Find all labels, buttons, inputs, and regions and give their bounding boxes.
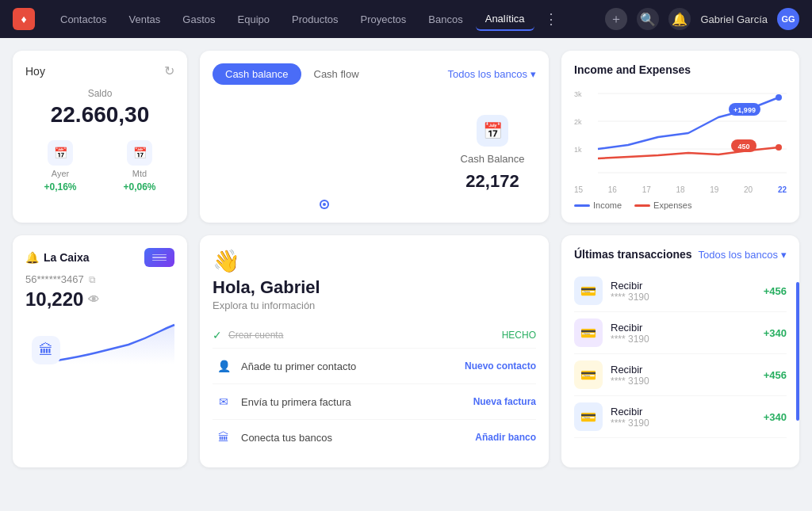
x-label-19: 19 bbox=[710, 185, 718, 194]
nav-more-dots[interactable]: ⋮ bbox=[538, 10, 565, 28]
table-row: 💳 Recibir **** 3190 +340 bbox=[574, 312, 787, 354]
logo[interactable]: ♦ bbox=[13, 8, 35, 30]
trans-bank-selector[interactable]: Todos los bancos ▾ bbox=[699, 249, 787, 261]
hoy-mtd: 📅 Mtd +0,06% bbox=[105, 140, 174, 193]
trans-amount-1: +340 bbox=[764, 327, 787, 339]
caixa-account: 56******3467 ⧉ bbox=[25, 273, 174, 285]
hola-item-2-action[interactable]: Nueva factura bbox=[473, 396, 536, 407]
trans-info-1: Recibir **** 3190 bbox=[611, 322, 756, 345]
trans-icon-2: 💳 bbox=[574, 360, 603, 389]
chevron-down-icon: ▾ bbox=[530, 68, 536, 80]
copy-icon[interactable]: ⧉ bbox=[89, 274, 96, 285]
hola-item-3-left: 🏛 Conecta tus bancos bbox=[213, 426, 332, 448]
caixa-chart: 🏛 bbox=[25, 317, 174, 364]
table-row: 💳 Recibir **** 3190 +456 bbox=[574, 354, 787, 396]
chip-line-2 bbox=[152, 257, 167, 258]
hola-item-1-left: 👤 Añade tu primer contacto bbox=[213, 355, 356, 377]
trans-label-0: Recibir bbox=[611, 280, 756, 292]
income-dot bbox=[574, 204, 590, 207]
cb-value: 22,172 bbox=[465, 171, 519, 192]
scrollbar[interactable] bbox=[796, 282, 799, 421]
expenses-dot bbox=[634, 204, 650, 207]
cash-flow-tab[interactable]: Cash flow bbox=[301, 63, 372, 85]
add-button[interactable]: ＋ bbox=[605, 8, 627, 30]
chip-line-1 bbox=[152, 254, 167, 256]
trans-chevron-icon: ▾ bbox=[781, 249, 787, 261]
search-icon[interactable]: 🔍 bbox=[637, 8, 659, 30]
trans-icon-1: 💳 bbox=[574, 318, 603, 347]
svg-text:3k: 3k bbox=[574, 90, 582, 98]
cash-balance-tab[interactable]: Cash balance bbox=[213, 63, 301, 85]
trans-header: Últimas transacciones Todos los bancos ▾ bbox=[574, 248, 787, 261]
bell-icon[interactable]: 🔔 bbox=[668, 8, 691, 30]
hola-item-1-action[interactable]: Nuevo contacto bbox=[465, 360, 536, 372]
hoy-card: Hoy ↻ Saldo 22.660,30 📅 Ayer +0,16% 📅 Mt… bbox=[13, 51, 187, 223]
bar-6 bbox=[316, 201, 333, 208]
income-title: Income and Expenses bbox=[574, 63, 787, 76]
hola-card: 👋 Hola, Gabriel Explora tu información ✓… bbox=[200, 235, 549, 467]
bar-chart bbox=[213, 97, 436, 208]
chart-x-labels: 15 16 17 18 19 20 22 bbox=[574, 185, 787, 194]
refresh-icon[interactable]: ↻ bbox=[164, 63, 174, 78]
nav-items: Contactos Ventas Gastos Equipo Productos… bbox=[51, 8, 605, 31]
expenses-label: Expenses bbox=[653, 200, 691, 210]
hola-item-0: ✓ Crear cuenta HECHO bbox=[213, 322, 536, 349]
hola-item-2-left: ✉ Envía tu primera factura bbox=[213, 391, 351, 413]
bank-selector[interactable]: Todos los bancos ▾ bbox=[448, 68, 536, 80]
nav-gastos[interactable]: Gastos bbox=[173, 9, 224, 30]
svg-text:2k: 2k bbox=[574, 118, 582, 126]
chip-line-3 bbox=[152, 260, 167, 261]
hola-item-2-text: Envía tu primera factura bbox=[241, 396, 351, 408]
logo-icon: ♦ bbox=[21, 13, 26, 25]
nav-ventas[interactable]: Ventas bbox=[120, 9, 170, 30]
hola-item-0-text: Crear cuenta bbox=[228, 330, 283, 341]
nav-contactos[interactable]: Contactos bbox=[51, 9, 117, 30]
x-label-18: 18 bbox=[676, 185, 684, 194]
x-label-22: 22 bbox=[778, 185, 787, 194]
x-label-17: 17 bbox=[642, 185, 651, 194]
hoy-header: Hoy ↻ bbox=[25, 63, 174, 78]
table-row: 💳 Recibir **** 3190 +340 bbox=[574, 396, 787, 438]
nav-bancos[interactable]: Bancos bbox=[419, 9, 472, 30]
caixa-card: 🔔 La Caixa 56******3467 ⧉ 10,220 👁 bbox=[13, 235, 187, 467]
bank-connect-icon: 🏛 bbox=[213, 426, 235, 448]
trans-account-2: **** 3190 bbox=[611, 376, 756, 387]
trans-account-0: **** 3190 bbox=[611, 292, 756, 303]
svg-text:450: 450 bbox=[737, 143, 749, 151]
chart-legend: Income Expenses bbox=[574, 200, 787, 210]
legend-expenses: Expenses bbox=[634, 200, 691, 210]
caixa-name: La Caixa bbox=[44, 251, 90, 264]
nav-equipo[interactable]: Equipo bbox=[228, 9, 279, 30]
trans-amount-0: +456 bbox=[764, 285, 787, 297]
trans-icon-0: 💳 bbox=[574, 276, 603, 305]
trans-label-2: Recibir bbox=[611, 364, 756, 376]
ayer-label: Ayer bbox=[52, 169, 69, 178]
mtd-label: Mtd bbox=[132, 169, 147, 178]
x-label-15: 15 bbox=[574, 185, 583, 194]
eye-icon[interactable]: 👁 bbox=[88, 293, 99, 306]
avatar[interactable]: GG bbox=[777, 8, 799, 30]
trans-info-2: Recibir **** 3190 bbox=[611, 364, 756, 387]
caixa-header: 🔔 La Caixa bbox=[25, 248, 174, 267]
amount-value: 10,220 bbox=[25, 288, 83, 311]
hola-title: Hola, Gabriel bbox=[213, 277, 536, 298]
calendar-icon: 📅 bbox=[48, 140, 73, 166]
hola-item-3-action[interactable]: Añadir banco bbox=[475, 432, 536, 443]
hola-item-0-action: HECHO bbox=[502, 330, 536, 341]
legend-income: Income bbox=[574, 200, 622, 210]
nav-analitica[interactable]: Analítica bbox=[476, 8, 534, 31]
trans-account-1: **** 3190 bbox=[611, 334, 756, 345]
trans-icon-3: 💳 bbox=[574, 402, 603, 431]
trans-title: Últimas transacciones bbox=[574, 248, 692, 261]
saldo-label: Saldo bbox=[25, 88, 174, 99]
contact-icon: 👤 bbox=[213, 355, 235, 377]
cashflow-body: 📅 Cash Balance 22,172 bbox=[213, 97, 536, 208]
nav-productos[interactable]: Productos bbox=[282, 9, 348, 30]
account-number: 56******3467 bbox=[25, 273, 84, 285]
nav-proyectos[interactable]: Proyectos bbox=[351, 9, 416, 30]
wave-emoji: 👋 bbox=[213, 248, 536, 274]
line-chart: 3k 2k 1k +1,999 450 bbox=[574, 86, 787, 181]
chip-lines bbox=[152, 254, 167, 261]
user-name: Gabriel García bbox=[700, 13, 768, 25]
caixa-bell-icon[interactable]: 🔔 bbox=[25, 251, 39, 264]
